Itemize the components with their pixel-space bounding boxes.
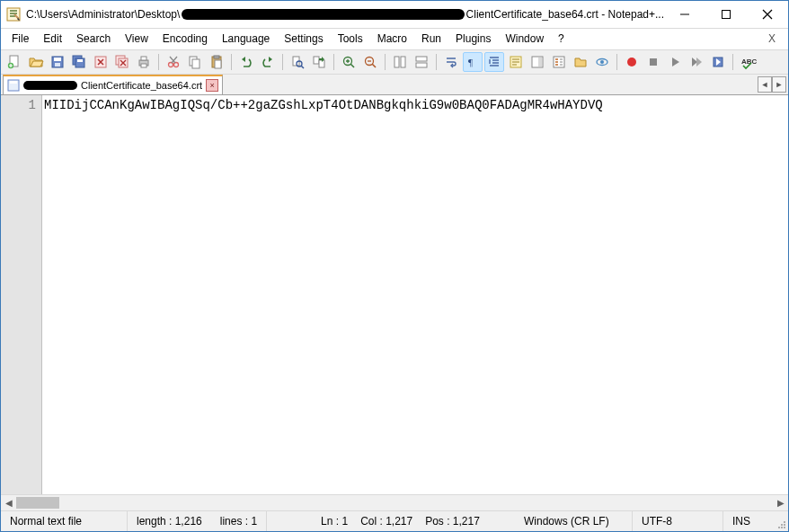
svg-rect-12 — [77, 59, 83, 62]
spellcheck-button[interactable]: ABC — [738, 52, 758, 72]
menu-plugins[interactable]: Plugins — [448, 29, 498, 49]
save-macro-button[interactable] — [708, 52, 728, 72]
svg-rect-35 — [416, 63, 427, 67]
menu-bar: File Edit Search View Encoding Language … — [1, 29, 788, 49]
menu-run[interactable]: Run — [414, 29, 448, 49]
open-file-button[interactable] — [26, 52, 46, 72]
maximize-button[interactable] — [705, 1, 747, 28]
redacted-tab-prefix — [23, 81, 77, 90]
menu-window[interactable]: Window — [498, 29, 551, 49]
toolbar-separator — [732, 54, 733, 70]
status-encoding[interactable]: UTF-8 — [633, 511, 723, 531]
close-all-button[interactable] — [112, 52, 132, 72]
tab-scroll-right[interactable]: ► — [772, 76, 786, 93]
file-tab[interactable]: ClientCertificate_base64.crt × — [3, 75, 223, 94]
tab-close-button[interactable]: × — [206, 79, 218, 92]
minimize-button[interactable] — [664, 1, 705, 28]
scroll-right-arrow[interactable]: ▶ — [773, 495, 788, 510]
copy-button[interactable] — [185, 52, 205, 72]
redo-button[interactable] — [258, 52, 278, 72]
stop-macro-button[interactable] — [643, 52, 663, 72]
play-macro-multi-button[interactable] — [687, 52, 706, 72]
play-macro-button[interactable] — [665, 52, 685, 72]
tab-filename: ClientCertificate_base64.crt — [81, 80, 202, 91]
title-path-suffix: ClientCertificate_base64.crt - Notepad+.… — [466, 8, 664, 21]
tab-bar: ClientCertificate_base64.crt × ◄ ► — [1, 75, 788, 95]
paste-button[interactable] — [207, 52, 226, 72]
toolbar-separator — [282, 54, 283, 70]
svg-rect-9 — [55, 63, 60, 66]
monitor-file-button[interactable] — [592, 52, 612, 72]
status-eol[interactable]: Windows (CR LF) — [515, 511, 633, 531]
word-wrap-button[interactable] — [441, 52, 461, 72]
close-button[interactable] — [747, 1, 788, 28]
svg-rect-24 — [214, 56, 219, 58]
zoom-in-button[interactable] — [339, 52, 359, 72]
folder-as-workspace-button[interactable] — [571, 52, 590, 72]
menu-settings[interactable]: Settings — [277, 29, 330, 49]
menu-search[interactable]: Search — [69, 29, 118, 49]
scroll-track[interactable] — [16, 495, 773, 510]
menu-encoding[interactable]: Encoding — [155, 29, 215, 49]
title-path-prefix: C:\Users\Administrator\Desktop\ — [26, 8, 180, 21]
status-ln: Ln : 1 — [321, 515, 348, 528]
new-file-button[interactable] — [4, 52, 24, 72]
menu-help[interactable]: ? — [551, 29, 572, 49]
menu-edit[interactable]: Edit — [36, 29, 69, 49]
code-content[interactable]: MIIDijCCAnKgAwIBAgIQSq/Cb++2gaZGshLxpT4O… — [42, 95, 788, 494]
toolbar-separator — [158, 54, 159, 70]
editor[interactable]: 1 MIIDijCCAnKgAwIBAgIQSq/Cb++2gaZGshLxpT… — [1, 95, 788, 494]
status-bar: Normal text file length : 1,216 lines : … — [1, 510, 788, 531]
sync-vscroll-button[interactable] — [390, 52, 410, 72]
menu-language[interactable]: Language — [215, 29, 277, 49]
editor-area: 1 MIIDijCCAnKgAwIBAgIQSq/Cb++2gaZGshLxpT… — [1, 95, 788, 510]
menu-tools[interactable]: Tools — [331, 29, 370, 49]
toolbar-separator — [616, 54, 617, 70]
app-icon — [6, 7, 21, 22]
svg-rect-25 — [215, 60, 221, 68]
resize-grip[interactable] — [774, 511, 788, 531]
svg-point-20 — [174, 63, 179, 67]
tab-scroll-left[interactable]: ◄ — [758, 76, 772, 93]
svg-rect-48 — [10, 81, 17, 84]
sync-hscroll-button[interactable] — [412, 52, 431, 72]
svg-rect-32 — [394, 57, 399, 67]
svg-point-19 — [169, 63, 173, 67]
zoom-out-button[interactable] — [360, 52, 380, 72]
status-insert-mode[interactable]: INS — [723, 511, 774, 531]
save-all-button[interactable] — [69, 52, 89, 72]
window-title: C:\Users\Administrator\Desktop\ ClientCe… — [26, 8, 664, 21]
find-button[interactable] — [288, 52, 307, 72]
scroll-left-arrow[interactable]: ◀ — [1, 495, 16, 510]
svg-rect-17 — [141, 57, 146, 60]
menu-view[interactable]: View — [118, 29, 155, 49]
svg-rect-22 — [192, 59, 199, 68]
show-all-chars-button[interactable]: ¶ — [463, 52, 483, 72]
horizontal-scrollbar[interactable]: ◀ ▶ — [1, 494, 788, 510]
close-document-button[interactable]: X — [759, 29, 785, 49]
file-icon — [7, 79, 20, 92]
record-macro-button[interactable] — [622, 52, 642, 72]
menu-macro[interactable]: Macro — [370, 29, 414, 49]
status-lines: lines : 1 — [211, 511, 267, 531]
cut-button[interactable] — [164, 52, 183, 72]
scroll-thumb[interactable] — [16, 497, 59, 509]
doc-map-button[interactable] — [527, 52, 547, 72]
print-button[interactable] — [134, 52, 154, 72]
svg-rect-2 — [723, 11, 731, 19]
svg-point-54 — [784, 527, 785, 528]
function-list-button[interactable] — [549, 52, 569, 72]
replace-button[interactable] — [309, 52, 329, 72]
indent-guide-button[interactable] — [484, 52, 504, 72]
close-file-button[interactable] — [91, 52, 111, 72]
svg-point-42 — [600, 60, 604, 64]
undo-button[interactable] — [236, 52, 256, 72]
menu-file[interactable]: File — [4, 29, 36, 49]
line-number: 1 — [1, 97, 36, 113]
window-controls — [664, 1, 788, 28]
tab-scroll: ◄ ► — [758, 76, 786, 93]
user-lang-button[interactable] — [506, 52, 526, 72]
status-pos: Pos : 1,217 — [425, 515, 480, 528]
title-bar[interactable]: C:\Users\Administrator\Desktop\ ClientCe… — [1, 1, 788, 29]
save-button[interactable] — [48, 52, 67, 72]
